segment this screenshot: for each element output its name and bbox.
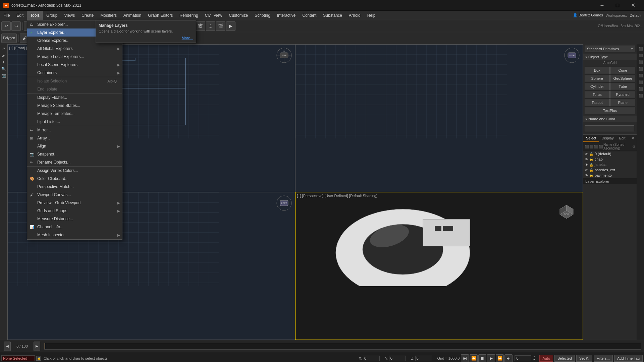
tube-button[interactable]: Tube [610, 83, 636, 90]
ri-5[interactable]: ⬛ [638, 72, 644, 78]
menu-rename-objects[interactable]: ✏ Rename Objects... [27, 158, 122, 166]
menu-tools[interactable]: Tools [27, 11, 43, 20]
sphere-button[interactable]: Sphere [585, 75, 610, 82]
layer-popup-more-link[interactable]: More... [99, 36, 193, 40]
paint-tool[interactable]: 🖌 [1, 52, 7, 58]
y-input[interactable] [389, 356, 406, 361]
render-button[interactable]: ▶ [226, 21, 235, 31]
schematic-button[interactable]: 🕸 [196, 21, 205, 31]
tab-edit[interactable]: Edit [616, 135, 628, 142]
ri-7[interactable]: ⬛ [638, 86, 644, 92]
scene-settings[interactable]: ⚙ [632, 145, 635, 148]
menu-arnold[interactable]: Arnold [345, 11, 364, 20]
menu-manage-templates[interactable]: Manage Templates... [27, 110, 122, 118]
nav-cube-persp[interactable]: TOP [557, 202, 576, 221]
menu-create[interactable]: Create [78, 11, 97, 20]
zoom-tool[interactable]: 🔍 [1, 66, 7, 72]
menu-align[interactable]: Align ▶ [27, 142, 122, 150]
torus-button[interactable]: Torus [585, 91, 610, 98]
tab-display[interactable]: Display [599, 135, 616, 142]
viewport-topright[interactable]: SIDE [295, 44, 583, 192]
visibility-icon[interactable]: 👁 [585, 163, 588, 167]
cone-button[interactable]: Cone [610, 67, 636, 74]
close-scene-panel[interactable]: ✕ [629, 135, 637, 142]
add-time-tag[interactable]: Add Time Tag [614, 355, 643, 362]
nav-cube-bl[interactable]: LEFT [276, 195, 292, 211]
menu-local-scene[interactable]: Local Scene Explorers ▶ [27, 61, 122, 69]
menu-channel-info[interactable]: 📊 Channel Info... [27, 223, 122, 231]
polygon-btn[interactable]: Polygon [1, 34, 17, 43]
menu-measure-distance[interactable]: Measure Distance... [27, 215, 122, 223]
menu-manage-local[interactable]: Manage Local Explorers... [27, 53, 122, 61]
menu-file[interactable]: File [0, 11, 13, 20]
select-tool[interactable]: ↗ [1, 46, 7, 52]
menu-perspective-match[interactable]: Perspective Match... [27, 183, 122, 191]
frame-up[interactable]: ▲ [533, 355, 535, 358]
menu-customize[interactable]: Customize [226, 11, 252, 20]
minimize-button[interactable]: – [594, 0, 610, 11]
tab-select[interactable]: Select [583, 135, 599, 142]
viewport-perspective[interactable]: [+] [Perspective] [User Defined] [Defaul… [295, 192, 583, 340]
camera-tool[interactable]: 📷 [1, 72, 7, 78]
menu-containers[interactable]: Containers ▶ [27, 69, 122, 77]
menu-group[interactable]: Group [43, 11, 61, 20]
menu-rendering[interactable]: Rendering [176, 11, 201, 20]
menu-manage-states[interactable]: Manage Scene States... [27, 102, 122, 110]
ri-2[interactable]: ⬛ [638, 52, 644, 58]
menu-mesh-inspector[interactable]: Mesh Inspector ▶ [27, 231, 122, 239]
scene-item[interactable]: 👁 🔒 paredes_ext [583, 167, 637, 173]
selected-button[interactable]: Selected [554, 355, 575, 362]
menu-color-clipboard[interactable]: 🎨 Color Clipboard... [27, 175, 122, 183]
menu-edit[interactable]: Edit [13, 11, 27, 20]
scene-item[interactable]: 👁 🔒 0 (default) [583, 151, 637, 157]
menu-snapshot[interactable]: 📷 Snapshot... [27, 150, 122, 158]
pyramid-button[interactable]: Pyramid [610, 91, 636, 98]
menu-help[interactable]: Help [364, 11, 379, 20]
set-key-button[interactable]: Set K. [576, 355, 592, 362]
stop-button[interactable]: ⏹ [478, 354, 486, 362]
name-color-header[interactable]: ▾ Name and Color [583, 116, 637, 122]
nav-cube-tr[interactable]: SIDE [564, 47, 580, 63]
close-button[interactable]: ✕ [625, 0, 641, 11]
material-editor-button[interactable]: ⬡ [206, 21, 215, 31]
undo-button[interactable]: ↩ [1, 21, 11, 31]
maximize-button[interactable]: □ [610, 0, 625, 11]
menu-views[interactable]: Views [61, 11, 78, 20]
menu-viewport-canvas[interactable]: 🖌 Viewport Canvas... [27, 191, 122, 199]
menu-content[interactable]: Content [299, 11, 320, 20]
auto-button[interactable]: Auto [539, 355, 553, 362]
geosphere-button[interactable]: GeoSphere [610, 75, 636, 82]
ri-4[interactable]: ⬛ [638, 66, 644, 72]
menu-civil-view[interactable]: Civil View [202, 11, 226, 20]
menu-substance[interactable]: Substance [320, 11, 345, 20]
visibility-icon[interactable]: 👁 [585, 152, 588, 156]
nav-cube-tl[interactable]: N TOP [276, 47, 292, 63]
timeline-track[interactable] [44, 343, 641, 350]
timeline-next[interactable]: ▶ [34, 342, 40, 351]
teapot-button[interactable]: Teapot [585, 99, 610, 106]
menu-scripting[interactable]: Scripting [251, 11, 274, 20]
z-input[interactable] [415, 356, 432, 361]
menu-preview-grab[interactable]: Preview - Grab Viewport ▶ [27, 199, 122, 207]
play-button[interactable]: ▶ [487, 354, 495, 362]
goto-end[interactable]: ⏭ [504, 354, 513, 362]
filters-button[interactable]: Filters... [594, 355, 613, 362]
menu-graph-editors[interactable]: Graph Editors [145, 11, 176, 20]
x-input[interactable] [363, 356, 380, 361]
timeline-prev[interactable]: ◀ [4, 342, 11, 351]
next-frame[interactable]: ⏩ [496, 354, 504, 362]
menu-animation[interactable]: Animation [120, 11, 145, 20]
menu-light-lister[interactable]: Light Lister... [27, 118, 122, 126]
goto-start[interactable]: ⏮ [461, 354, 469, 362]
prev-frame[interactable]: ⏪ [470, 354, 478, 362]
menu-assign-vertex[interactable]: Assign Vertex Colors... [27, 167, 122, 175]
menu-array[interactable]: ⊞ Array... [27, 134, 122, 142]
scene-item[interactable]: 👁 🔒 janelas [583, 162, 637, 167]
object-type-header[interactable]: ▾ Object Type [583, 54, 637, 60]
frame-down[interactable]: ▼ [533, 358, 535, 361]
plane-button[interactable]: Plane [610, 99, 636, 106]
ri-6[interactable]: ⬛ [638, 79, 644, 85]
visibility-icon[interactable]: 👁 [585, 158, 588, 161]
render-setup-button[interactable]: 🎬 [216, 21, 225, 31]
visibility-icon[interactable]: 👁 [585, 168, 588, 172]
